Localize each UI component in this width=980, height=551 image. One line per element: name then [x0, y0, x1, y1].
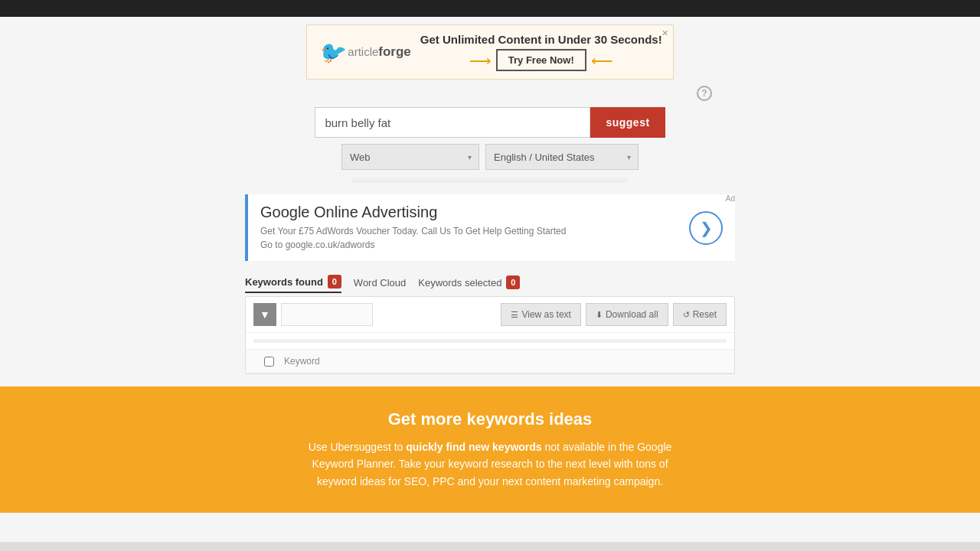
- suggest-button[interactable]: suggest: [590, 107, 665, 138]
- reset-icon: ↺: [683, 310, 690, 320]
- reset-label: Reset: [693, 309, 717, 320]
- tab-keywords-found-badge: 0: [328, 275, 341, 289]
- filter-icon: ▼: [260, 308, 270, 321]
- articleforge-bird-icon: 🐦: [318, 40, 345, 65]
- search-input[interactable]: [315, 107, 590, 138]
- google-ad-wrapper: Google Online Advertising Get Your £75 A…: [245, 194, 735, 261]
- view-as-text-icon: ☰: [511, 310, 518, 320]
- google-ad-label: Ad: [726, 194, 735, 203]
- arrow-left-icon: ⟶: [469, 51, 492, 70]
- tab-word-cloud[interactable]: Word Cloud: [354, 274, 406, 292]
- search-row: suggest: [245, 107, 735, 138]
- keywords-select-all-checkbox[interactable]: [264, 357, 274, 367]
- ad-logo: 🐦 articleforge: [318, 40, 411, 65]
- filter-button[interactable]: ▼: [253, 303, 276, 326]
- view-as-text-label: View as text: [521, 309, 570, 320]
- tab-keywords-selected-badge: 0: [506, 276, 520, 289]
- language-dropdown-wrapper: English / United States English / UK Spa…: [485, 144, 639, 170]
- bottom-cta-title: Get more keywords ideas: [15, 409, 965, 429]
- google-ad-text: Google Online Advertising Get Your £75 A…: [260, 204, 678, 252]
- ad-arrow-row: ⟶ Try Free Now! ⟵: [420, 49, 662, 71]
- language-dropdown[interactable]: English / United States English / UK Spa…: [485, 144, 639, 170]
- filter-area: ▼: [253, 303, 373, 326]
- keywords-toolbar: ▼ ☰ View as text ⬇ Download all ↺: [246, 297, 734, 333]
- keywords-section: Keywords found 0 Word Cloud Keywords sel…: [245, 272, 735, 374]
- bottom-cta-bold: quickly find new keywords: [406, 441, 541, 453]
- page-wrapper: ✕ 🐦 articleforge Get Unlimited Content i…: [0, 24, 980, 551]
- tab-keywords-selected-label: Keywords selected: [418, 277, 501, 289]
- keywords-tabs: Keywords found 0 Word Cloud Keywords sel…: [245, 272, 735, 293]
- help-row: ?: [245, 86, 735, 101]
- main-progress-bar: [352, 178, 628, 181]
- view-as-text-button[interactable]: ☰ View as text: [501, 303, 580, 326]
- help-icon[interactable]: ?: [697, 86, 712, 101]
- keywords-progress-bar: [253, 339, 727, 343]
- ad-headline: Get Unlimited Content in Under 30 Second…: [420, 33, 662, 46]
- keywords-header-row: Keyword: [246, 350, 734, 373]
- ad-try-button[interactable]: Try Free Now!: [496, 49, 586, 71]
- arrow-right-icon: ⟵: [591, 51, 613, 70]
- google-ad-desc2: Go to google.co.uk/adwords: [260, 238, 678, 252]
- ad-close-icon[interactable]: ✕: [662, 28, 668, 38]
- download-all-label: Download all: [606, 309, 658, 320]
- keywords-column-header: Keyword: [284, 356, 727, 367]
- download-all-button[interactable]: ⬇ Download all: [586, 303, 668, 326]
- tab-keywords-found-label: Keywords found: [245, 276, 323, 288]
- keywords-progress-row: [246, 333, 734, 350]
- bottom-scrollbar[interactable]: [0, 542, 980, 551]
- dropdowns-row: Web Images News Video ▾ English / United…: [245, 144, 735, 170]
- google-ad-title: Google Online Advertising: [260, 204, 678, 221]
- ad-logo-text: articleforge: [348, 44, 411, 60]
- ad-center: Get Unlimited Content in Under 30 Second…: [420, 33, 662, 71]
- tab-keywords-found[interactable]: Keywords found 0: [245, 272, 341, 293]
- keywords-checkbox-col: [253, 357, 284, 367]
- keywords-actions: ☰ View as text ⬇ Download all ↺ Reset: [501, 303, 727, 326]
- top-bar: [0, 0, 980, 17]
- download-icon: ⬇: [596, 310, 603, 320]
- tab-word-cloud-label: Word Cloud: [354, 277, 406, 289]
- bottom-cta: Get more keywords ideas Use Ubersuggest …: [0, 386, 980, 513]
- google-ad-arrow-icon[interactable]: ❯: [689, 211, 723, 245]
- progress-area: [352, 178, 628, 182]
- google-ad-desc1: Get Your £75 AdWords Voucher Today. Call…: [260, 224, 678, 238]
- filter-input[interactable]: [281, 303, 373, 326]
- keywords-table-wrapper: ▼ ☰ View as text ⬇ Download all ↺: [245, 296, 735, 374]
- bottom-cta-text1: Use Ubersuggest to: [309, 441, 407, 453]
- tab-keywords-selected[interactable]: Keywords selected 0: [418, 272, 520, 292]
- google-ad-box: Google Online Advertising Get Your £75 A…: [245, 194, 735, 261]
- ad-banner: ✕ 🐦 articleforge Get Unlimited Content i…: [306, 24, 674, 80]
- web-dropdown-wrapper: Web Images News Video ▾: [341, 144, 479, 170]
- bottom-cta-text: Use Ubersuggest to quickly find new keyw…: [299, 439, 681, 490]
- reset-button[interactable]: ↺ Reset: [673, 303, 727, 326]
- web-dropdown[interactable]: Web Images News Video: [341, 144, 479, 170]
